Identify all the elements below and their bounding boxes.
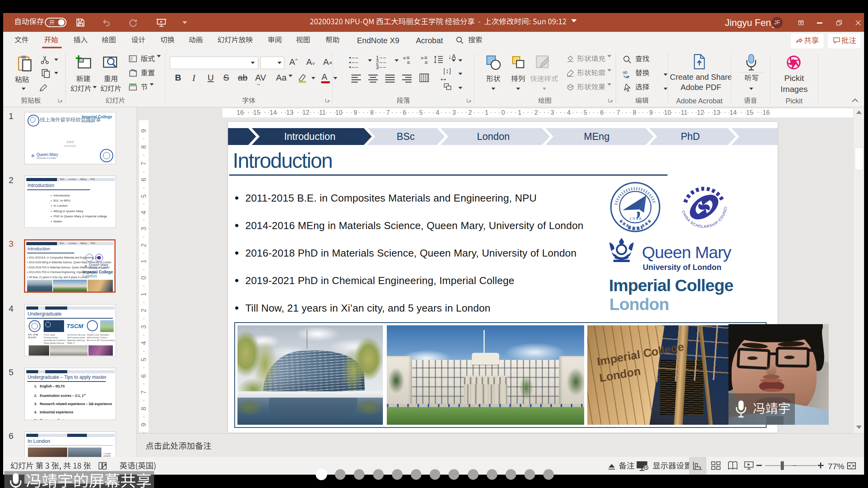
svg-text:BSc: BSc [397, 131, 415, 142]
svg-text:London: London [477, 131, 509, 142]
svg-text:c: c [626, 74, 629, 79]
svg-text:1 9 3 8: 1 9 3 8 [629, 216, 642, 221]
svg-text:MEng: MEng [584, 131, 609, 142]
svg-text:PhD: PhD [681, 131, 700, 142]
svg-text:Introduction: Introduction [284, 131, 336, 142]
